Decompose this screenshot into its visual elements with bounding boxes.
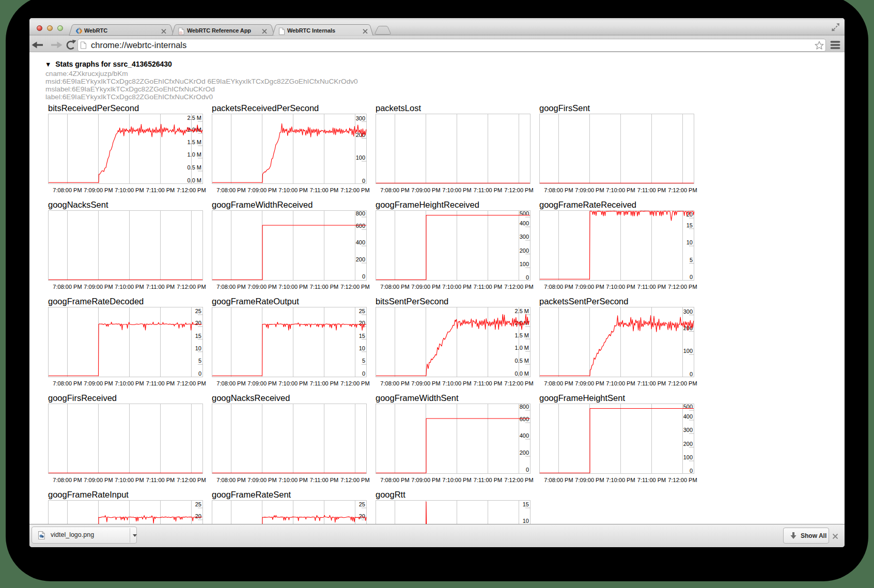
svg-text:7:08:00 PM: 7:08:00 PM [380, 187, 409, 193]
svg-text:7:09:00 PM: 7:09:00 PM [575, 187, 604, 193]
svg-text:0: 0 [690, 468, 693, 474]
svg-text:7:10:00 PM: 7:10:00 PM [115, 284, 144, 290]
svg-text:7:12:00 PM: 7:12:00 PM [177, 284, 206, 290]
svg-text:0: 0 [690, 371, 693, 377]
svg-text:7:08:00 PM: 7:08:00 PM [53, 284, 82, 290]
svg-text:400: 400 [520, 220, 529, 226]
svg-text:7:10:00 PM: 7:10:00 PM [442, 477, 471, 483]
svg-text:0.5 M: 0.5 M [514, 358, 529, 364]
svg-text:7:09:00 PM: 7:09:00 PM [575, 284, 604, 290]
svg-text:500: 500 [520, 210, 529, 216]
svg-text:7:10:00 PM: 7:10:00 PM [442, 284, 471, 290]
svg-text:2.5 M: 2.5 M [514, 308, 529, 314]
svg-text:7:09:00 PM: 7:09:00 PM [247, 284, 276, 290]
svg-text:7:12:00 PM: 7:12:00 PM [340, 380, 369, 386]
svg-text:7:12:00 PM: 7:12:00 PM [504, 284, 533, 290]
svg-text:7:10:00 PM: 7:10:00 PM [115, 380, 144, 386]
svg-text:7:12:00 PM: 7:12:00 PM [340, 284, 369, 290]
svg-text:100: 100 [520, 261, 529, 267]
svg-text:0: 0 [690, 274, 693, 280]
svg-text:7:12:00 PM: 7:12:00 PM [668, 380, 697, 386]
svg-text:7:10:00 PM: 7:10:00 PM [606, 477, 635, 483]
svg-text:7:12:00 PM: 7:12:00 PM [340, 477, 369, 483]
svg-text:7:09:00 PM: 7:09:00 PM [84, 187, 113, 193]
svg-text:0.0 M: 0.0 M [187, 177, 201, 183]
svg-text:15: 15 [359, 333, 365, 339]
svg-text:200: 200 [356, 256, 365, 262]
svg-text:0: 0 [362, 178, 365, 184]
svg-text:300: 300 [683, 427, 693, 433]
svg-text:5: 5 [362, 358, 365, 364]
svg-text:7:10:00 PM: 7:10:00 PM [115, 477, 144, 483]
svg-text:7:12:00 PM: 7:12:00 PM [504, 380, 533, 386]
svg-text:7:10:00 PM: 7:10:00 PM [606, 187, 635, 193]
svg-text:7:11:00 PM: 7:11:00 PM [474, 477, 502, 483]
svg-text:400: 400 [356, 239, 365, 245]
svg-text:20: 20 [359, 513, 365, 519]
svg-text:200: 200 [520, 247, 529, 254]
svg-text:7:11:00 PM: 7:11:00 PM [146, 187, 175, 193]
svg-text:5: 5 [690, 257, 693, 263]
svg-text:100: 100 [683, 348, 693, 354]
svg-text:7:08:00 PM: 7:08:00 PM [380, 284, 409, 290]
svg-text:7:09:00 PM: 7:09:00 PM [575, 380, 604, 386]
svg-text:25: 25 [359, 308, 365, 314]
svg-text:7:12:00 PM: 7:12:00 PM [668, 284, 697, 290]
svg-text:7:10:00 PM: 7:10:00 PM [278, 187, 307, 193]
svg-text:7:11:00 PM: 7:11:00 PM [310, 380, 338, 386]
svg-text:7:09:00 PM: 7:09:00 PM [84, 284, 113, 290]
svg-text:5: 5 [198, 358, 201, 364]
svg-text:15: 15 [195, 333, 201, 339]
svg-text:7:11:00 PM: 7:11:00 PM [637, 380, 666, 386]
svg-text:20: 20 [195, 320, 201, 326]
svg-text:7:10:00 PM: 7:10:00 PM [115, 187, 144, 193]
svg-text:25: 25 [195, 308, 201, 314]
svg-text:7:09:00 PM: 7:09:00 PM [411, 380, 440, 386]
svg-text:7:12:00 PM: 7:12:00 PM [504, 477, 533, 483]
svg-text:7:09:00 PM: 7:09:00 PM [411, 477, 440, 483]
svg-text:7:10:00 PM: 7:10:00 PM [606, 380, 635, 386]
svg-text:7:08:00 PM: 7:08:00 PM [53, 187, 82, 193]
svg-text:0.5 M: 0.5 M [187, 164, 201, 171]
svg-text:7:11:00 PM: 7:11:00 PM [474, 187, 502, 193]
svg-text:600: 600 [520, 416, 529, 422]
svg-text:200: 200 [683, 441, 693, 447]
svg-text:800: 800 [356, 210, 365, 216]
svg-text:7:10:00 PM: 7:10:00 PM [278, 477, 307, 483]
svg-text:800: 800 [520, 404, 529, 410]
svg-text:7:08:00 PM: 7:08:00 PM [544, 284, 573, 290]
svg-text:7:08:00 PM: 7:08:00 PM [544, 477, 573, 483]
svg-text:7:12:00 PM: 7:12:00 PM [504, 187, 533, 193]
svg-text:7:12:00 PM: 7:12:00 PM [668, 477, 697, 483]
svg-text:7:09:00 PM: 7:09:00 PM [84, 477, 113, 483]
svg-text:7:12:00 PM: 7:12:00 PM [177, 380, 206, 386]
svg-text:7:11:00 PM: 7:11:00 PM [637, 477, 666, 483]
svg-text:7:09:00 PM: 7:09:00 PM [84, 380, 113, 386]
svg-text:7:10:00 PM: 7:10:00 PM [442, 380, 471, 386]
svg-text:1.5 M: 1.5 M [514, 332, 529, 338]
svg-text:0.0 M: 0.0 M [514, 370, 529, 377]
svg-text:7:11:00 PM: 7:11:00 PM [146, 380, 175, 386]
svg-text:7:10:00 PM: 7:10:00 PM [442, 187, 471, 193]
svg-text:20: 20 [195, 513, 201, 519]
svg-text:7:08:00 PM: 7:08:00 PM [544, 187, 573, 193]
svg-text:15: 15 [686, 222, 693, 228]
svg-text:7:11:00 PM: 7:11:00 PM [474, 284, 502, 290]
svg-text:7:09:00 PM: 7:09:00 PM [247, 380, 276, 386]
svg-text:400: 400 [683, 413, 693, 420]
svg-text:7:08:00 PM: 7:08:00 PM [53, 380, 82, 386]
svg-text:300: 300 [683, 308, 693, 315]
svg-text:7:11:00 PM: 7:11:00 PM [146, 284, 175, 290]
svg-text:10: 10 [359, 345, 365, 351]
svg-text:500: 500 [683, 404, 693, 410]
svg-text:100: 100 [356, 154, 365, 161]
svg-text:7:12:00 PM: 7:12:00 PM [340, 187, 369, 193]
svg-text:7:08:00 PM: 7:08:00 PM [216, 187, 245, 193]
svg-text:7:10:00 PM: 7:10:00 PM [278, 380, 307, 386]
svg-text:600: 600 [356, 223, 365, 229]
svg-text:7:12:00 PM: 7:12:00 PM [177, 187, 206, 193]
svg-text:400: 400 [520, 432, 529, 439]
svg-text:7:10:00 PM: 7:10:00 PM [278, 284, 307, 290]
svg-text:7:11:00 PM: 7:11:00 PM [474, 380, 502, 386]
svg-text:200: 200 [520, 450, 529, 456]
